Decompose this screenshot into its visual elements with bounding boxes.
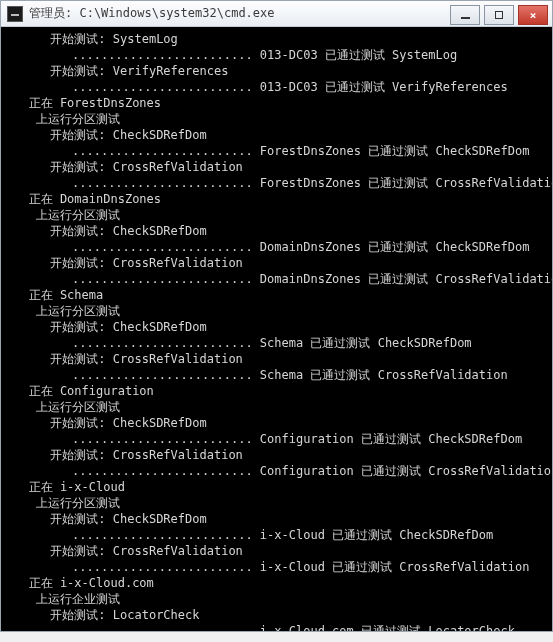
close-button[interactable]: ×	[518, 5, 548, 25]
maximize-button[interactable]	[484, 5, 514, 25]
console-line: 上运行分区测试	[7, 303, 546, 319]
console-line: ......................... Configuration …	[7, 431, 546, 447]
console-line: ......................... Schema 已通过测试 C…	[7, 335, 546, 351]
console-line: 开始测试: VerifyReferences	[7, 63, 546, 79]
console-line: 开始测试: CheckSDRefDom	[7, 415, 546, 431]
console-line: 正在 DomainDnsZones	[7, 191, 546, 207]
console-line: ......................... ForestDnsZones…	[7, 175, 546, 191]
console-line: ......................... 013-DC03 已通过测试…	[7, 79, 546, 95]
console-line: 上运行企业测试	[7, 591, 546, 607]
titlebar[interactable]: 管理员: C:\Windows\system32\cmd.exe ×	[1, 1, 552, 27]
console-line: 上运行分区测试	[7, 399, 546, 415]
console-line: 开始测试: CheckSDRefDom	[7, 223, 546, 239]
console-line: 开始测试: CheckSDRefDom	[7, 127, 546, 143]
close-icon: ×	[530, 9, 537, 22]
cmd-window: 管理员: C:\Windows\system32\cmd.exe × 开始测试:…	[0, 0, 553, 632]
console-line: 正在 Configuration	[7, 383, 546, 399]
window-controls: ×	[450, 2, 552, 25]
console-line: ......................... i-x-Cloud.com …	[7, 623, 546, 631]
console-line: ......................... Schema 已通过测试 C…	[7, 367, 546, 383]
console-line: 开始测试: CrossRefValidation	[7, 447, 546, 463]
console-line: 上运行分区测试	[7, 207, 546, 223]
console-line: 上运行分区测试	[7, 495, 546, 511]
console-line: ......................... 013-DC03 已通过测试…	[7, 47, 546, 63]
console-line: 开始测试: CrossRefValidation	[7, 255, 546, 271]
console-line: 上运行分区测试	[7, 111, 546, 127]
console-output[interactable]: 开始测试: SystemLog ........................…	[1, 27, 552, 631]
console-line: 开始测试: CrossRefValidation	[7, 351, 546, 367]
console-line: 开始测试: SystemLog	[7, 31, 546, 47]
console-line: ......................... Configuration …	[7, 463, 546, 479]
console-line: 正在 i-x-Cloud.com	[7, 575, 546, 591]
console-line: 正在 ForestDnsZones	[7, 95, 546, 111]
window-title: 管理员: C:\Windows\system32\cmd.exe	[29, 5, 450, 22]
system-menu-icon[interactable]	[7, 6, 23, 22]
console-line: 开始测试: CheckSDRefDom	[7, 319, 546, 335]
console-line: ......................... i-x-Cloud 已通过测…	[7, 527, 546, 543]
console-line: 正在 i-x-Cloud	[7, 479, 546, 495]
console-line: 开始测试: CrossRefValidation	[7, 159, 546, 175]
console-line: ......................... ForestDnsZones…	[7, 143, 546, 159]
watermark-text: 亿速云	[0, 636, 66, 642]
console-line: ......................... DomainDnsZones…	[7, 271, 546, 287]
console-line: 开始测试: CheckSDRefDom	[7, 511, 546, 527]
console-line: 正在 Schema	[7, 287, 546, 303]
console-line: 开始测试: LocatorCheck	[7, 607, 546, 623]
minimize-button[interactable]	[450, 5, 480, 25]
console-line: ......................... DomainDnsZones…	[7, 239, 546, 255]
console-line: ......................... i-x-Cloud 已通过测…	[7, 559, 546, 575]
console-line: 开始测试: CrossRefValidation	[7, 543, 546, 559]
